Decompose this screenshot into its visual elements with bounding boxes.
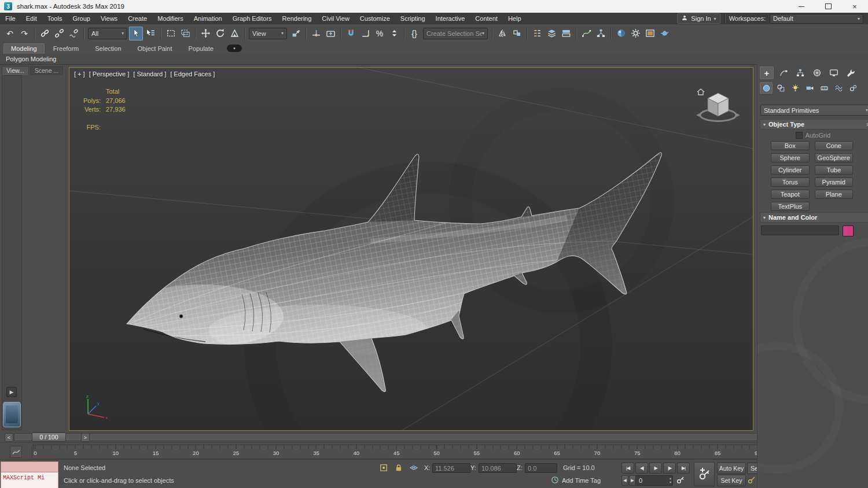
timeline-frame-70[interactable]: 70 <box>594 450 601 456</box>
timeline-frame-60[interactable]: 60 <box>514 450 520 456</box>
viewport-style-menu[interactable]: [ Edged Faces ] <box>170 71 215 77</box>
absolute-relative-transform-icon[interactable] <box>409 463 420 474</box>
timeline-frame-15[interactable]: 15 <box>153 450 159 456</box>
toggle-scene-explorer-icon[interactable] <box>530 27 544 40</box>
bind-to-space-warp-icon[interactable] <box>67 27 80 40</box>
menu-views[interactable]: Views <box>95 13 123 24</box>
category-shapes-icon[interactable] <box>774 82 787 94</box>
named-selection-sets-combo[interactable]: Create Selection Se▾ <box>423 28 488 39</box>
edit-named-selection-sets-icon[interactable]: {} <box>407 27 421 40</box>
workspace-dropdown[interactable]: Default ▾ <box>770 14 863 24</box>
timeline-frame-10[interactable]: 10 <box>112 450 119 456</box>
timeline-frame-20[interactable]: 20 <box>193 450 199 456</box>
viewport-layout-tab[interactable] <box>3 402 21 427</box>
menu-customize[interactable]: Customize <box>355 13 395 24</box>
timeline-frame-5[interactable]: 5 <box>74 450 77 456</box>
redo-icon[interactable]: ↷ <box>17 27 31 40</box>
mirror-icon[interactable] <box>495 27 509 40</box>
material-editor-icon[interactable] <box>614 27 628 40</box>
name-color-rollout-header[interactable]: ▾ Name and Color <box>760 212 868 223</box>
menu-group[interactable]: Group <box>67 13 95 24</box>
isolate-selection-toggle-icon[interactable] <box>379 463 389 474</box>
menu-help[interactable]: Help <box>503 13 527 24</box>
tab-view[interactable]: View... <box>2 66 29 75</box>
previous-frame-arrow[interactable]: < <box>5 433 13 442</box>
select-and-scale-icon[interactable] <box>227 27 241 40</box>
timeline-frame-75[interactable]: 75 <box>634 450 641 456</box>
ribbon-tab-selection[interactable]: Selection <box>87 43 128 54</box>
menu-graph-editors[interactable]: Graph Editors <box>227 13 277 24</box>
time-slider-groove[interactable] <box>14 433 846 441</box>
key-mode-toggle-icon[interactable] <box>747 475 757 486</box>
mini-curve-editor-button[interactable] <box>10 446 22 458</box>
select-and-rotate-icon[interactable] <box>213 27 227 40</box>
primitive-button-torus[interactable]: Torus <box>771 178 810 187</box>
toggle-ribbon-icon[interactable] <box>559 27 573 40</box>
timeline-frame-35[interactable]: 35 <box>313 450 319 456</box>
timeline-frame-85[interactable]: 85 <box>715 450 721 456</box>
window-crossing-toggle-icon[interactable] <box>178 27 192 40</box>
primitive-button-sphere[interactable]: Sphere <box>771 153 810 162</box>
unlink-selection-icon[interactable] <box>52 27 66 40</box>
set-key-button[interactable]: Set Key <box>717 475 746 486</box>
tab-scene[interactable]: Scene ... <box>30 66 63 75</box>
panel-tab-modify[interactable] <box>777 66 790 79</box>
select-and-link-icon[interactable] <box>38 27 52 40</box>
primitive-button-textplus[interactable]: TextPlus <box>771 202 810 211</box>
maxscript-macro-recorder[interactable] <box>1 461 58 472</box>
previous-frame-button[interactable]: ◀| <box>635 463 648 474</box>
viewport-shading-menu[interactable]: [ Standard ] <box>133 71 166 77</box>
ribbon-tab-freeform[interactable]: Freeform <box>46 43 87 54</box>
add-time-tag-button[interactable]: Add Time Tag <box>562 477 601 484</box>
render-setup-icon[interactable] <box>628 27 642 40</box>
category-geometry-icon[interactable] <box>760 82 773 94</box>
panel-tab-hierarchy[interactable] <box>793 66 807 79</box>
category-cameras-icon[interactable] <box>803 82 816 94</box>
timeline-frame-0[interactable]: 0 <box>34 450 36 456</box>
maxscript-mini-listener[interactable]: MAXScript Mi <box>1 461 58 487</box>
angle-snap-toggle-icon[interactable] <box>358 27 372 40</box>
menu-modifiers[interactable]: Modifiers <box>152 13 189 24</box>
primitive-button-cylinder[interactable]: Cylinder <box>771 165 810 175</box>
undo-icon[interactable]: ↶ <box>3 27 17 40</box>
reference-coordinate-dropdown[interactable]: View▾ <box>249 28 287 39</box>
menu-scripting[interactable]: Scripting <box>395 13 431 24</box>
minimize-button[interactable] <box>788 0 815 13</box>
ribbon-panel-bar[interactable]: Polygon Modeling <box>0 54 868 65</box>
viewport-pov-menu[interactable]: [ Perspective ] <box>89 71 130 77</box>
primitive-button-box[interactable]: Box <box>771 141 810 150</box>
viewport-general-menu[interactable]: [ + ] <box>74 71 85 77</box>
menu-civil-view[interactable]: Civil View <box>317 13 354 24</box>
timeline-frame-40[interactable]: 40 <box>354 450 360 456</box>
new-key-icon[interactable] <box>676 475 686 486</box>
percent-snap-toggle-icon[interactable]: % <box>373 27 387 40</box>
rendered-frame-window-icon[interactable] <box>643 27 657 40</box>
primitive-button-tube[interactable]: Tube <box>815 165 854 175</box>
primitive-button-geosphere[interactable]: GeoSphere <box>815 153 854 162</box>
timeline-frame-45[interactable]: 45 <box>393 450 400 456</box>
menu-file[interactable]: File <box>0 13 21 24</box>
set-keys-button[interactable] <box>694 462 715 486</box>
primitive-button-cone[interactable]: Cone <box>815 141 854 150</box>
align-icon[interactable] <box>510 27 524 40</box>
menu-animation[interactable]: Animation <box>189 13 227 24</box>
schematic-view-icon[interactable] <box>594 27 608 40</box>
select-and-move-icon[interactable] <box>198 27 212 40</box>
object-name-field[interactable] <box>761 225 839 235</box>
previous-key-button[interactable]: ◀ <box>621 475 628 486</box>
ribbon-tab-modeling[interactable]: Modeling <box>3 43 45 54</box>
selection-filter-dropdown[interactable]: All▾ <box>88 28 127 39</box>
go-to-start-button[interactable]: |◀ <box>621 463 634 474</box>
primitive-button-plane[interactable]: Plane <box>815 190 854 199</box>
next-frame-button[interactable]: |▶ <box>663 463 676 474</box>
timeline-frame-50[interactable]: 50 <box>433 450 440 456</box>
timeline-frame-55[interactable]: 55 <box>474 450 480 456</box>
next-frame-arrow[interactable]: > <box>81 433 90 442</box>
toggle-layer-explorer-icon[interactable] <box>545 27 558 40</box>
category-lights-icon[interactable] <box>789 82 801 94</box>
timeline-frame-65[interactable]: 65 <box>554 450 560 456</box>
viewcube[interactable] <box>694 83 741 132</box>
close-button[interactable]: × <box>841 0 868 13</box>
select-and-manipulate-icon[interactable] <box>309 27 323 40</box>
selection-lock-toggle-icon[interactable] <box>394 463 404 474</box>
